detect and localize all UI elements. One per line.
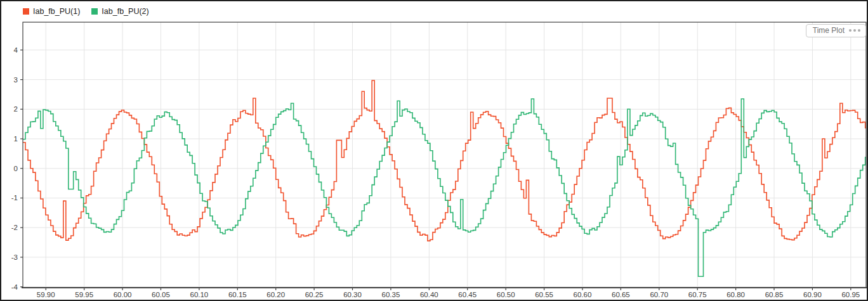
x-tick-label: 60.20 xyxy=(266,291,285,298)
x-tick-label: 60.70 xyxy=(650,291,668,298)
y-tick-label: -4 xyxy=(11,283,18,291)
x-tick-label: 60.75 xyxy=(688,291,707,298)
x-tick-label: 59.90 xyxy=(37,291,55,298)
y-tick-label: -1 xyxy=(11,194,18,202)
x-tick-label: 60.60 xyxy=(574,291,592,298)
x-tick-label: 60.35 xyxy=(382,291,400,298)
y-tick-label: 0 xyxy=(14,165,18,172)
y-tick-label: 2 xyxy=(14,105,18,113)
ellipsis-icon xyxy=(849,29,860,32)
y-tick-label: 3 xyxy=(14,76,18,84)
x-tick-label: 60.65 xyxy=(612,291,630,298)
x-tick-label: 60.15 xyxy=(228,291,247,298)
x-tick-label: 60.45 xyxy=(458,291,477,298)
x-tick-label: 60.50 xyxy=(497,291,515,298)
y-tick-label: -2 xyxy=(11,224,18,231)
legend: Iab_fb_PU(1) Iab_fb_PU(2) xyxy=(23,4,149,18)
x-tick-label: 60.95 xyxy=(841,291,860,298)
x-tick-label: 59.95 xyxy=(75,291,93,298)
y-tick-label: 4 xyxy=(14,46,18,54)
y-tick-label: -3 xyxy=(11,253,18,261)
x-tick-label: 60.05 xyxy=(152,291,170,298)
legend-swatch-signal2-icon xyxy=(91,8,98,15)
x-tick-label: 60.10 xyxy=(190,291,208,298)
x-tick-label: 60.30 xyxy=(343,291,362,298)
plot-area[interactable]: 59.9059.9560.0060.0560.1060.1560.2060.25… xyxy=(1,1,868,301)
legend-swatch-signal1-icon xyxy=(23,8,29,15)
scope-window: Iab_fb_PU(1) Iab_fb_PU(2) 59.9059.9560.0… xyxy=(0,0,868,301)
legend-label-signal1: Iab_fb_PU(1) xyxy=(33,8,80,16)
time-plot-canvas[interactable]: 59.9059.9560.0060.0560.1060.1560.2060.25… xyxy=(1,1,868,301)
x-tick-label: 60.85 xyxy=(765,291,784,298)
legend-item-signal2[interactable]: Iab_fb_PU(2) xyxy=(91,8,148,16)
x-tick-label: 60.80 xyxy=(727,291,745,298)
x-tick-label: 60.90 xyxy=(803,291,822,298)
x-tick-label: 60.00 xyxy=(114,291,132,298)
time-plot-badge[interactable]: Time Plot xyxy=(806,24,866,37)
x-tick-label: 60.55 xyxy=(535,291,553,298)
x-tick-label: 60.40 xyxy=(420,291,438,298)
legend-item-signal1[interactable]: Iab_fb_PU(1) xyxy=(23,8,80,16)
legend-label-signal2: Iab_fb_PU(2) xyxy=(102,8,148,16)
x-tick-label: 60.25 xyxy=(305,291,324,298)
series-trace-Iab_fb_PU(2) xyxy=(23,99,868,276)
badge-label: Time Plot xyxy=(813,27,845,34)
y-tick-label: 1 xyxy=(14,135,18,143)
